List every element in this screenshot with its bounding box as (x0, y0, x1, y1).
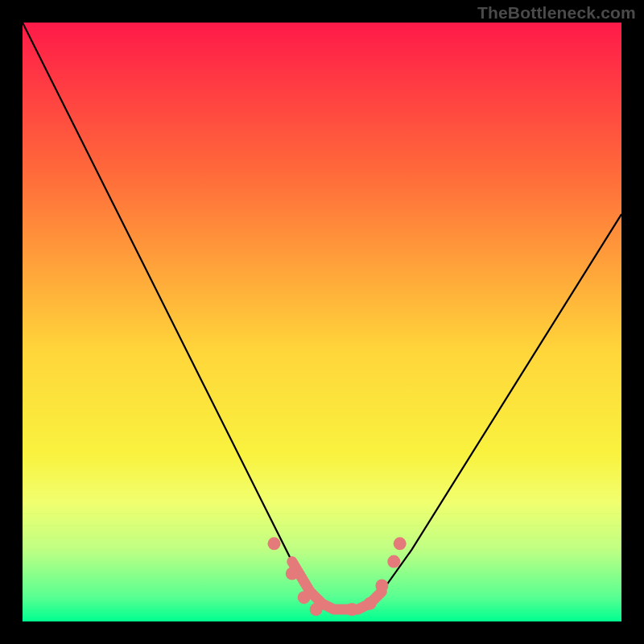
segment-dot (345, 603, 358, 616)
chart-svg (23, 23, 621, 621)
segment-dot (286, 568, 299, 580)
segment-dot (298, 591, 311, 604)
segment-dot (364, 597, 377, 610)
segment-dot (387, 555, 400, 568)
plot-area (23, 23, 621, 621)
gradient-background (23, 23, 621, 621)
segment-dot (310, 603, 323, 616)
segment-dot (375, 579, 388, 592)
watermark-text: TheBottleneck.com (477, 3, 636, 23)
segment-dot (394, 537, 407, 550)
segment-dot (268, 537, 281, 550)
chart-frame: TheBottleneck.com (0, 0, 644, 644)
